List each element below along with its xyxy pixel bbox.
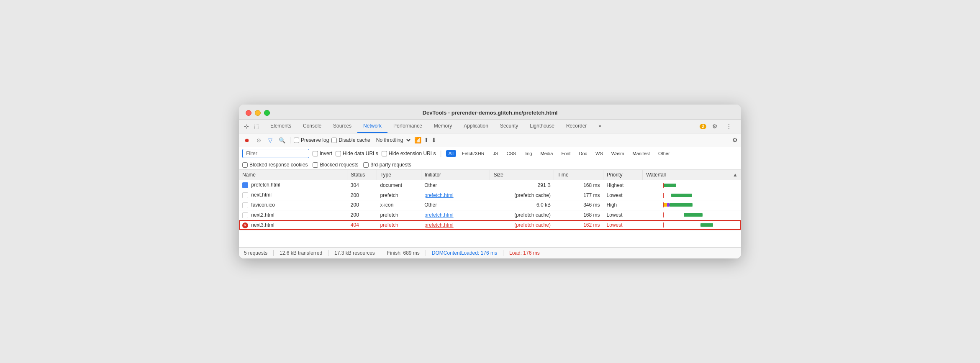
tab-console[interactable]: Console: [297, 120, 327, 133]
filter-input[interactable]: [242, 149, 309, 158]
cell-waterfall: [643, 210, 741, 220]
load-time: Load: 176 ms: [509, 250, 540, 256]
filter-type-wasm[interactable]: Wasm: [609, 150, 627, 157]
doc-file-icon: [242, 182, 248, 188]
initiator-link[interactable]: prefetch.html: [424, 222, 453, 228]
th-waterfall[interactable]: Waterfall ▲: [643, 170, 741, 180]
network-table: Name Status Type Initiator Size Time Pri…: [239, 170, 741, 247]
close-button[interactable]: [246, 110, 251, 116]
th-priority[interactable]: Priority: [603, 170, 643, 180]
filter-type-ws[interactable]: WS: [593, 150, 605, 157]
invert-checkbox[interactable]: Invert: [313, 151, 332, 156]
cell-time: 177 ms: [554, 190, 603, 200]
table-row-error[interactable]: ✕ next3.html 404 prefetch prefetch.html …: [239, 220, 741, 230]
tab-lighthouse[interactable]: Lighthouse: [524, 120, 560, 133]
cell-type: prefetch: [377, 190, 421, 200]
tab-network[interactable]: Network: [357, 120, 387, 133]
cell-priority: High: [603, 200, 643, 210]
hide-ext-urls-checkbox[interactable]: Hide extension URLs: [382, 151, 436, 156]
filter-type-fetch-xhr[interactable]: Fetch/XHR: [459, 150, 487, 157]
cell-status: 200: [347, 190, 377, 200]
device-toolbar-icon[interactable]: ⬚: [252, 120, 261, 132]
requests-count: 5 requests: [244, 250, 274, 256]
th-initiator[interactable]: Initiator: [421, 170, 490, 180]
error-file-icon: ✕: [242, 222, 248, 228]
blank-file-icon: [242, 202, 248, 208]
cell-initiator: Other: [421, 200, 490, 210]
disable-cache-checkbox[interactable]: Disable cache: [331, 137, 370, 143]
cell-waterfall: [643, 180, 741, 190]
hide-data-urls-checkbox[interactable]: Hide data URLs: [336, 151, 378, 156]
th-name[interactable]: Name: [239, 170, 347, 180]
filter-type-css[interactable]: CSS: [504, 150, 519, 157]
tab-recorder[interactable]: Recorder: [560, 120, 593, 133]
filter-button[interactable]: ▽: [266, 135, 275, 145]
th-type[interactable]: Type: [377, 170, 421, 180]
devtools-body: ⊹ ⬚ Elements Console Sources Network Per…: [239, 120, 741, 258]
finish-time: Finish: 689 ms: [387, 250, 426, 256]
table-row[interactable]: next.html 200 prefetch prefetch.html (pr…: [239, 190, 741, 200]
table-row[interactable]: prefetch.html 304 document Other 291 B 1…: [239, 180, 741, 190]
table-row[interactable]: next2.html 200 prefetch prefetch.html (p…: [239, 210, 741, 220]
network-table-container: Name Status Type Initiator Size Time Pri…: [239, 170, 741, 247]
table-empty-row: [239, 230, 741, 247]
cell-status: 404: [347, 220, 377, 230]
filter-type-all[interactable]: All: [446, 150, 456, 157]
tab-bar-left-icons: ⊹ ⬚: [242, 120, 264, 132]
table-row[interactable]: favicon.ico 200 x-icon Other 6.0 kB 346 …: [239, 200, 741, 210]
more-options-icon[interactable]: ⋮: [723, 121, 734, 131]
tab-bar: ⊹ ⬚ Elements Console Sources Network Per…: [239, 120, 741, 133]
cell-priority: Lowest: [603, 210, 643, 220]
cell-time: 162 ms: [554, 220, 603, 230]
tab-application[interactable]: Application: [458, 120, 494, 133]
cell-time: 168 ms: [554, 180, 603, 190]
network-toolbar: ⏺ ⊘ ▽ 🔍 Preserve log Disable cache No th…: [239, 133, 741, 147]
clear-button[interactable]: ⊘: [254, 135, 263, 145]
filter-type-doc[interactable]: Doc: [576, 150, 590, 157]
cell-type: prefetch: [377, 210, 421, 220]
tab-more[interactable]: »: [593, 120, 607, 133]
table-header-row: Name Status Type Initiator Size Time Pri…: [239, 170, 741, 180]
minimize-button[interactable]: [255, 110, 261, 116]
blank-file-icon: [242, 192, 248, 198]
download-icon[interactable]: ⬇: [431, 137, 436, 143]
th-status[interactable]: Status: [347, 170, 377, 180]
search-button[interactable]: 🔍: [277, 135, 287, 145]
th-size[interactable]: Size: [490, 170, 554, 180]
th-time[interactable]: Time: [554, 170, 603, 180]
blocked-requests-checkbox[interactable]: Blocked requests: [313, 162, 358, 168]
filter-type-js[interactable]: JS: [490, 150, 501, 157]
filter-type-other[interactable]: Other: [656, 150, 672, 157]
cell-type: prefetch: [377, 220, 421, 230]
initiator-link[interactable]: prefetch.html: [424, 192, 453, 198]
cell-status: 200: [347, 210, 377, 220]
filter-type-font[interactable]: Font: [559, 150, 573, 157]
filter-type-media[interactable]: Media: [538, 150, 555, 157]
wifi-icon: 📶: [414, 137, 421, 143]
initiator-link[interactable]: prefetch.html: [424, 212, 453, 218]
filter-type-manifest[interactable]: Manifest: [630, 150, 653, 157]
request-options-bar: Blocked response cookies Blocked request…: [239, 160, 741, 170]
blank-file-icon: [242, 212, 248, 218]
throttle-select[interactable]: No throttling: [373, 136, 412, 144]
upload-icon[interactable]: ⬆: [424, 137, 429, 143]
tab-performance[interactable]: Performance: [387, 120, 428, 133]
record-button[interactable]: ⏺: [242, 135, 251, 145]
preserve-log-checkbox[interactable]: Preserve log: [294, 137, 329, 143]
filter-type-img[interactable]: Img: [522, 150, 534, 157]
cell-size: (prefetch cache): [490, 220, 554, 230]
cell-status: 200: [347, 200, 377, 210]
inspect-icon[interactable]: ⊹: [242, 120, 251, 132]
tab-sources[interactable]: Sources: [327, 120, 357, 133]
third-party-checkbox[interactable]: 3rd-party requests: [363, 162, 411, 168]
tab-elements[interactable]: Elements: [264, 120, 297, 133]
cell-initiator: prefetch.html: [421, 190, 490, 200]
status-bar: 5 requests 12.6 kB transferred 17.3 kB r…: [239, 247, 741, 258]
blocked-cookies-checkbox[interactable]: Blocked response cookies: [242, 162, 308, 168]
maximize-button[interactable]: [264, 110, 270, 116]
tab-security[interactable]: Security: [494, 120, 524, 133]
settings-gear-icon[interactable]: ⚙: [710, 121, 720, 131]
tab-memory[interactable]: Memory: [428, 120, 458, 133]
network-settings-icon[interactable]: ⚙: [732, 137, 738, 143]
issue-badge[interactable]: 2: [700, 124, 706, 129]
